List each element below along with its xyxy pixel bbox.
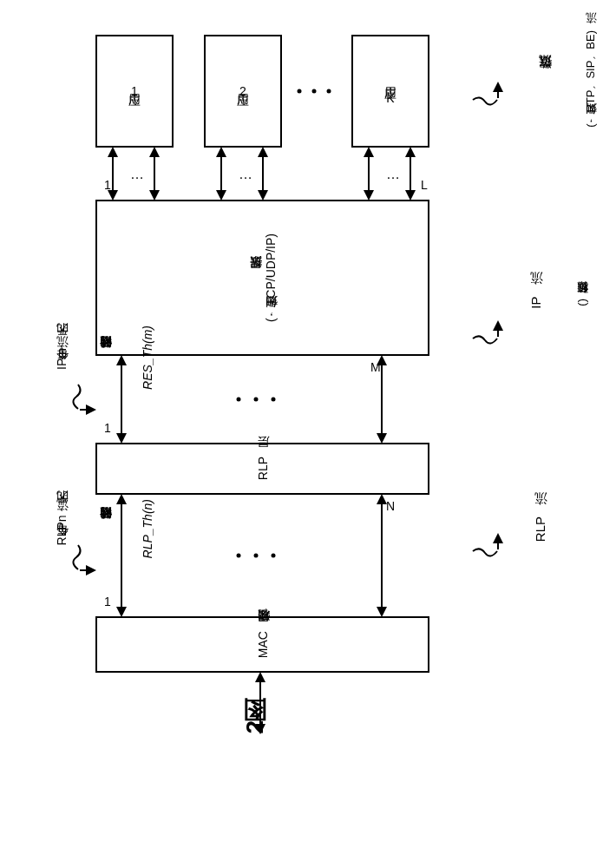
rlp-flow-line1: RLP流 [533,516,549,542]
data-flow-label: 数据流 (例如，RTP、SIP、BE流) [508,30,616,128]
count-1-ip: 1 [104,421,111,435]
svg-point-21 [272,554,276,558]
data-layer-label: 数据层 (例如，TCP/UDP/IP) [247,233,279,322]
rlp-note-line1: 每个RLP流n 的无 [54,499,69,558]
appK-box: 应用 K [351,35,429,148]
rlp-threshold-note: 每个RLP流n 的无 活动计时器阈值 RLP_Th(n) [26,499,182,558]
count-N: N [386,499,395,513]
data-layer-line1: 数据层 [247,233,263,322]
data-layer-line2: (例如，TCP/UDP/IP) [263,233,279,322]
arrows-overlay: … … … [0,0,616,868]
count-1-rlp: 1 [104,595,111,608]
ip-note-line3: RES_Th(m) [141,326,154,390]
ip-flow-line2: (预留标签) [574,295,590,310]
svg-point-9 [298,89,302,94]
rlp-layer-box: RLP层 [95,443,429,495]
app2-box: 应用2 [204,35,282,148]
svg-point-10 [312,89,317,94]
ip-threshold-note: 每个IP流m 的无 活动计时器阈值 RES_Th(m) [26,326,182,390]
svg-text:…: … [386,167,400,181]
svg-text:…: … [130,167,144,181]
ip-flow-label: IP流 (预留标签) [499,295,616,310]
rlp-note-line3: RLP_Th(n) [141,499,154,558]
count-M: M [370,360,381,374]
svg-point-20 [254,554,259,558]
mac-layer-box: MAC和物理层 [95,616,429,673]
count-1-apps: 1 [104,178,111,192]
figure-label: 图 2 [239,720,272,740]
appK-label: 应用 K [383,77,398,105]
app1-box: 应用1 [95,35,174,148]
app2-label: 应用2 [235,84,251,98]
svg-point-11 [327,89,331,94]
svg-point-14 [237,398,241,402]
count-L: L [421,178,428,192]
app1-label: 应用1 [127,84,142,98]
rlp-flow-label: RLP流 [503,516,579,542]
svg-point-19 [237,554,241,558]
rlp-note-line2: 活动计时器阈值 [97,499,113,558]
data-flow-line1: 数据流 [537,30,554,128]
svg-point-15 [254,398,259,402]
ip-flow-line1: IP流 [528,295,545,310]
mac-layer-label: MAC和物理层 [255,631,271,658]
ip-note-line2: 活动计时器阈值 [97,326,113,390]
rlp-layer-label: RLP层 [255,457,271,480]
data-flow-line2: (例如，RTP、SIP、BE流) [583,30,599,128]
ip-note-line1: 每个IP流m 的无 [54,326,69,390]
svg-point-16 [272,398,276,402]
svg-text:…: … [239,167,252,181]
